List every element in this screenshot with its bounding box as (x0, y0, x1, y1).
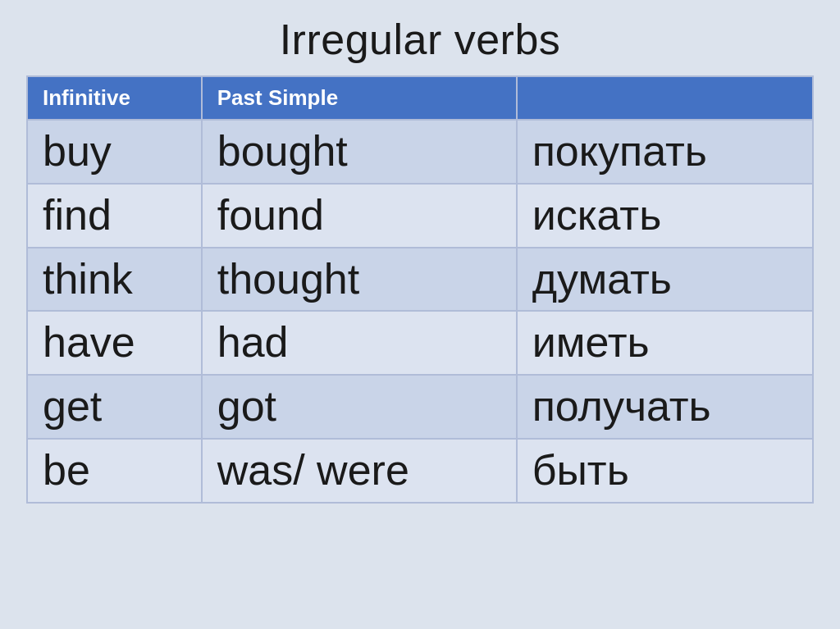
page-title: Irregular verbs (280, 15, 561, 64)
header-infinitive: Infinitive (27, 76, 202, 120)
cell-translation-2: думать (517, 248, 813, 312)
cell-infinitive-5: be (27, 439, 202, 503)
irregular-verbs-table: Infinitive Past Simple buyboughtпокупать… (26, 75, 814, 504)
table-row: buyboughtпокупать (27, 120, 813, 184)
cell-past_simple-4: got (202, 375, 517, 439)
cell-infinitive-3: have (27, 311, 202, 375)
table-header-row: Infinitive Past Simple (27, 76, 813, 120)
table-row: bewas/ wereбыть (27, 439, 813, 503)
cell-infinitive-0: buy (27, 120, 202, 184)
cell-past_simple-2: thought (202, 248, 517, 312)
header-past-simple: Past Simple (202, 76, 517, 120)
verb-table-wrapper: Infinitive Past Simple buyboughtпокупать… (26, 75, 814, 504)
cell-translation-0: покупать (517, 120, 813, 184)
table-row: getgotполучать (27, 375, 813, 439)
table-row: findfoundискать (27, 184, 813, 248)
cell-translation-1: искать (517, 184, 813, 248)
cell-infinitive-1: find (27, 184, 202, 248)
cell-past_simple-3: had (202, 311, 517, 375)
cell-infinitive-2: think (27, 248, 202, 312)
table-row: thinkthoughtдумать (27, 248, 813, 312)
cell-translation-5: быть (517, 439, 813, 503)
cell-past_simple-0: bought (202, 120, 517, 184)
cell-infinitive-4: get (27, 375, 202, 439)
cell-past_simple-1: found (202, 184, 517, 248)
header-translation (517, 76, 813, 120)
table-row: havehadиметь (27, 311, 813, 375)
cell-translation-3: иметь (517, 311, 813, 375)
cell-translation-4: получать (517, 375, 813, 439)
cell-past_simple-5: was/ were (202, 439, 517, 503)
